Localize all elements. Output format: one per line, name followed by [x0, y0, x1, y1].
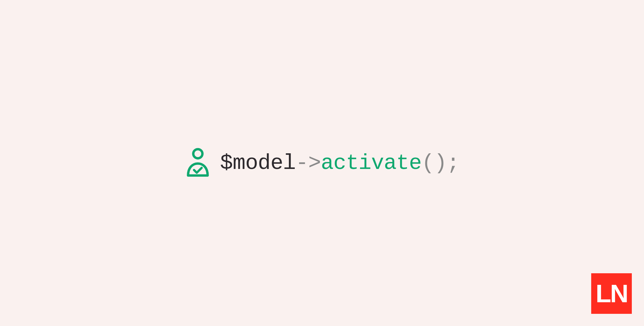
code-arrow: ->	[296, 151, 321, 175]
user-check-icon	[185, 147, 211, 179]
brand-logo-text: LN	[596, 281, 627, 306]
svg-point-0	[193, 149, 202, 158]
code-variable: $model	[220, 151, 296, 175]
code-text: $model->activate();	[220, 151, 460, 175]
code-semicolon: ;	[447, 151, 459, 175]
code-method: activate	[321, 151, 422, 175]
code-snippet-container: $model->activate();	[185, 147, 460, 179]
brand-logo-badge: LN	[591, 273, 632, 314]
code-parens: ()	[422, 151, 447, 175]
